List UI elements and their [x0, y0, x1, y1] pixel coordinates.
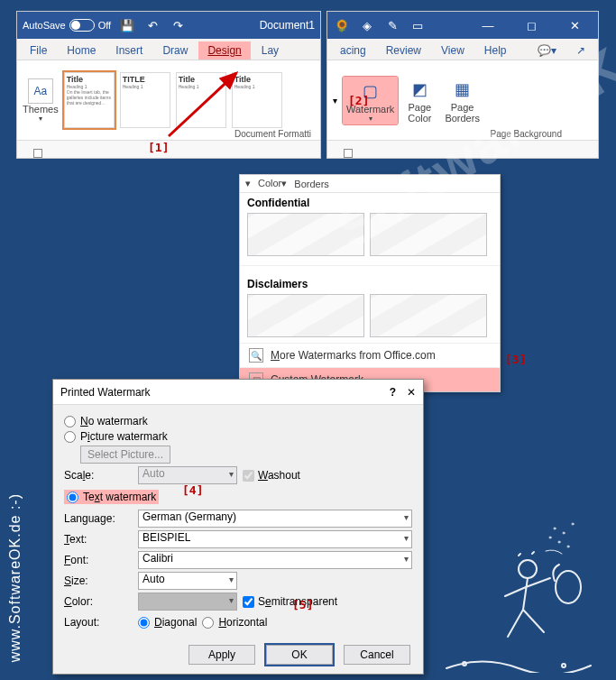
word-window-left: AutoSave Off 💾 ↶ ↷ Document1 File Home I…: [16, 11, 321, 159]
page-borders-button[interactable]: ▦ Page Borders: [441, 75, 483, 125]
size-select[interactable]: Auto: [138, 572, 237, 590]
style-set-3[interactable]: Title Heading 1: [176, 72, 226, 128]
radio-diagonal[interactable]: Diagonal: [138, 616, 197, 629]
checkbox-input[interactable]: [243, 596, 254, 608]
group-label-background: Page Background: [490, 129, 562, 139]
radio-input[interactable]: [67, 492, 78, 503]
chevron-down-icon[interactable]: ▾: [245, 178, 251, 189]
autosave-label: AutoSave: [23, 20, 66, 31]
themes-label: Themes: [23, 104, 59, 115]
diamond-icon[interactable]: ◈: [358, 16, 376, 34]
washout-checkbox[interactable]: Washout: [243, 469, 300, 482]
tab-file[interactable]: File: [21, 41, 56, 60]
titlebar-right: 🌻 ◈ ✎ ▭ — ◻ ✕: [327, 12, 598, 39]
chevron-down-icon[interactable]: ▾: [333, 96, 337, 106]
gallery-head-borders[interactable]: Borders: [294, 179, 329, 189]
watermark-thumb-disclaimer-2[interactable]: [370, 294, 487, 337]
language-label: Language:: [64, 512, 133, 525]
radio-input[interactable]: [138, 617, 150, 629]
maximize-button[interactable]: ◻: [513, 12, 549, 39]
save-icon[interactable]: 💾: [118, 16, 136, 34]
more-watermarks-label: More Watermarks from Office.com: [271, 349, 436, 362]
svg-point-8: [558, 541, 560, 543]
svg-point-9: [567, 546, 569, 547]
watermark-thumb-confidential-2[interactable]: [370, 213, 487, 256]
svg-point-10: [549, 537, 551, 538]
undo-icon[interactable]: ↶: [143, 16, 161, 34]
word-window-right: 🌻 ◈ ✎ ▭ — ◻ ✕ acing Review View Help 💬▾ …: [326, 11, 599, 159]
watermark-thumb-disclaimer-1[interactable]: [247, 294, 364, 337]
redo-icon[interactable]: ↷: [169, 16, 187, 34]
svg-point-6: [563, 532, 565, 534]
comments-icon[interactable]: 💬▾: [529, 41, 565, 60]
semitransparent-checkbox[interactable]: Semitransparent: [243, 595, 337, 608]
marker-3: [3]: [505, 353, 526, 366]
checkbox-input[interactable]: [243, 470, 254, 482]
side-watermark-text: www.SoftwareOK.de :-): [7, 493, 23, 662]
style-set-4[interactable]: Title Heading 1: [232, 72, 282, 128]
style-set-1[interactable]: Title Heading 1 On the Insert tab, the g…: [64, 72, 115, 128]
cancel-button[interactable]: Cancel: [344, 645, 410, 665]
text-label: Text:: [64, 533, 133, 546]
radio-input[interactable]: [202, 617, 214, 629]
style-set-2[interactable]: TITLE Heading 1: [120, 72, 170, 128]
size-label: Size:: [64, 574, 133, 587]
ruler-right[interactable]: [327, 140, 598, 158]
radio-horizontal[interactable]: Horizontal: [202, 616, 267, 629]
language-select[interactable]: German (Germany): [138, 510, 412, 528]
themes-icon: Aa: [28, 78, 53, 104]
scale-select[interactable]: Auto: [138, 466, 237, 484]
tab-view[interactable]: View: [432, 41, 473, 60]
ribbon-tabs-right: acing Review View Help 💬▾ ↗: [327, 39, 598, 60]
minimize-button[interactable]: —: [470, 12, 506, 39]
marker-5: [5]: [292, 598, 313, 611]
radio-input[interactable]: [64, 431, 76, 443]
tab-review[interactable]: Review: [377, 41, 430, 60]
marker-2: [2]: [348, 94, 369, 107]
radio-picture-watermark[interactable]: Picture watermark: [64, 430, 412, 443]
help-icon[interactable]: ?: [390, 386, 396, 399]
ok-button[interactable]: OK: [266, 645, 333, 665]
group-label-formatting: Document Formatti: [234, 129, 311, 139]
tab-help[interactable]: Help: [475, 41, 516, 60]
close-button[interactable]: ✕: [556, 12, 593, 39]
more-watermarks-link[interactable]: 🔍 More Watermarks from Office.com: [240, 343, 500, 367]
color-select[interactable]: [138, 593, 237, 611]
tab-home[interactable]: Home: [58, 41, 105, 60]
page-color-button[interactable]: ◩ Page Color: [403, 75, 436, 125]
printed-watermark-dialog: Printed Watermark ? ✕ No watermark Pictu…: [52, 379, 424, 675]
radio-input[interactable]: [64, 416, 76, 427]
text-select[interactable]: BEISPIEL: [138, 530, 412, 548]
close-icon[interactable]: ✕: [407, 386, 416, 399]
page-borders-label: Page Borders: [445, 102, 480, 124]
dialog-titlebar: Printed Watermark ? ✕: [53, 380, 423, 405]
tab-design[interactable]: Design: [198, 41, 250, 60]
watermark-thumb-confidential-1[interactable]: [247, 213, 364, 256]
select-picture-button[interactable]: Select Picture...: [80, 446, 170, 464]
tab-spacing[interactable]: acing: [331, 41, 375, 60]
marker-4: [4]: [182, 483, 203, 497]
gallery-cat-confidential: Confidential: [240, 193, 500, 213]
page-color-label: Page Color: [408, 102, 431, 124]
ribbon-tabs-left: File Home Insert Draw Design Lay: [17, 39, 320, 60]
font-select[interactable]: Calibri: [138, 551, 412, 569]
doodle-figure-icon: [428, 510, 609, 673]
radio-no-watermark[interactable]: No watermark: [64, 415, 412, 427]
radio-text-watermark[interactable]: Text watermark: [64, 490, 159, 504]
share-icon[interactable]: ↗: [567, 41, 594, 60]
themes-button[interactable]: Aa Themes ▾: [23, 78, 59, 123]
marker-1: [1]: [148, 141, 169, 154]
tab-insert[interactable]: Insert: [106, 41, 152, 60]
color-label: Color:: [64, 595, 133, 608]
chevron-down-icon: ▾: [369, 115, 372, 123]
autosave-off: Off: [98, 20, 111, 31]
globe-icon: 🔍: [249, 348, 263, 363]
gallery-head-color[interactable]: Color▾: [258, 178, 287, 189]
autosave-toggle[interactable]: AutoSave Off: [23, 19, 111, 32]
tab-draw[interactable]: Draw: [153, 41, 197, 60]
svg-point-4: [562, 664, 565, 667]
apply-button[interactable]: Apply: [188, 645, 255, 665]
tab-layout[interactable]: Lay: [253, 41, 288, 60]
window-icon[interactable]: ▭: [409, 16, 427, 34]
brush-icon[interactable]: ✎: [383, 16, 401, 34]
